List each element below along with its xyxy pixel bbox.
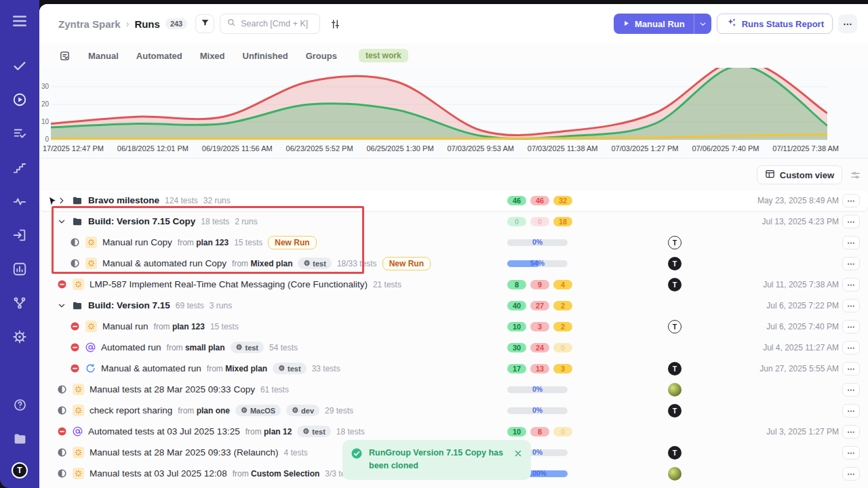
group-row[interactable]: Bravo milestone124 tests32 runs 464632 M…: [39, 190, 868, 211]
row-more-button[interactable]: ⋯: [842, 278, 860, 291]
sidebar-item-help[interactable]: [8, 394, 31, 418]
row-more-button[interactable]: ⋯: [842, 404, 860, 418]
row-more-button[interactable]: ⋯: [842, 236, 860, 249]
row-more-button[interactable]: ⋯: [842, 446, 860, 460]
run-row[interactable]: Manual run Copyfrom plan 12315 testsNew …: [39, 232, 868, 253]
row-more-button[interactable]: ⋯: [842, 341, 860, 354]
sidebar-item-tests[interactable]: [8, 56, 31, 79]
chevron-down-icon[interactable]: [57, 217, 66, 226]
sidebar-item-reports[interactable]: [8, 259, 31, 282]
sidebar-item-requirements[interactable]: [8, 225, 31, 248]
row-title: Manual & automated run Copy: [102, 258, 226, 268]
tab-manual[interactable]: Manual: [88, 51, 119, 61]
columns-settings-icon[interactable]: [850, 169, 861, 181]
chevron-down-icon[interactable]: [57, 301, 66, 310]
breadcrumb: Zyntra Spark › Runs 243: [58, 18, 187, 30]
group-row[interactable]: Build: Version 7.15 Copy18 tests2 runs 0…: [39, 211, 868, 232]
x-axis-label: 17/2025 12:47 PM: [43, 144, 104, 152]
row-title: Manual tests at 03 Jul 2025 12:08: [90, 468, 227, 479]
result-badge-green: 8: [507, 280, 526, 289]
board-icon[interactable]: [59, 50, 71, 62]
row-more-button[interactable]: ⋯: [842, 215, 860, 228]
row-more-button[interactable]: ⋯: [842, 194, 860, 207]
run-date: Jul 6, 2025 7:40 PM: [766, 322, 839, 331]
result-badge-red: 27: [530, 301, 549, 310]
run-meta: 15 tests: [234, 238, 262, 247]
new-run-badge[interactable]: New Run: [382, 257, 431, 270]
run-date: Jul 11, 2025 7:38 AM: [763, 280, 839, 289]
sidebar-item-milestones[interactable]: [8, 157, 31, 180]
run-row[interactable]: Manual runfrom plan 12315 tests 1032 TJu…: [39, 316, 868, 337]
x-axis-label: 06/23/2025 5:52 PM: [286, 144, 353, 152]
run-row[interactable]: Manual & automated run Copyfrom Mixed pl…: [39, 253, 868, 274]
in-progress-status-icon: [57, 447, 67, 458]
row-title: Bravo milestone: [88, 195, 159, 205]
row-more-button[interactable]: ⋯: [842, 299, 860, 312]
runs-status-report-button[interactable]: Runs Status Report: [717, 14, 833, 34]
run-date: Jul 3, 2025 1:27 PM: [766, 427, 839, 436]
run-meta: 61 tests: [260, 385, 289, 394]
row-more-button[interactable]: ⋯: [842, 362, 860, 375]
tag-test: ⚙test: [298, 258, 331, 269]
row-more-button[interactable]: ⋯: [842, 257, 860, 270]
run-date: May 23, 2025 8:49 AM: [757, 196, 839, 205]
sidebar-item-traceability[interactable]: [8, 293, 31, 316]
automated-run-icon: [73, 426, 83, 436]
manual-run-icon: [73, 405, 84, 416]
automated-run-icon: [85, 342, 96, 352]
run-row[interactable]: Automated runfrom small plan⚙test54 test…: [39, 337, 868, 358]
sidebar-item-runs[interactable]: [8, 89, 31, 113]
progress-percent: 0%: [507, 406, 568, 414]
row-more-button[interactable]: ⋯: [842, 383, 860, 396]
search-box: [220, 14, 320, 34]
menu-icon[interactable]: [8, 9, 31, 33]
manual-run-icon: [73, 279, 84, 290]
runs-count-badge: 243: [165, 18, 187, 29]
filter-settings-icon[interactable]: [330, 18, 341, 30]
manual-run-dropdown-button[interactable]: [694, 14, 711, 34]
result-badge-yellow: 3: [553, 364, 572, 373]
run-row[interactable]: Automated tests at 03 Jul 2025 13:25from…: [39, 421, 868, 442]
run-row[interactable]: LMP-587 Implement Real-Time Chat Messagi…: [39, 274, 868, 295]
list-toolbar: Custom view: [39, 165, 861, 184]
row-more-button[interactable]: ⋯: [842, 467, 860, 481]
x-axis-label: 07/03/2025 11:38 AM: [528, 144, 598, 152]
filter-chip-test-work[interactable]: test work: [359, 49, 408, 62]
tab-unfinished[interactable]: Unfinished: [243, 51, 288, 61]
filter-button[interactable]: [195, 14, 214, 33]
result-badge-green: 10: [507, 427, 526, 436]
header-more-button[interactable]: ⋯: [838, 14, 857, 33]
run-date: Jul 6, 2025 7:22 PM: [766, 301, 839, 310]
search-input[interactable]: [241, 19, 313, 28]
run-row[interactable]: check report sharingfrom plan one⚙MacOS⚙…: [39, 400, 868, 421]
progress-percent: 54%: [507, 259, 568, 267]
custom-view-button[interactable]: Custom view: [757, 165, 842, 184]
workspace-logo[interactable]: T: [12, 462, 28, 479]
manual-run-icon: [85, 321, 97, 332]
tab-automated[interactable]: Automated: [136, 51, 182, 61]
row-more-button[interactable]: ⋯: [842, 425, 860, 439]
sidebar-item-settings[interactable]: [8, 327, 31, 350]
tab-mixed[interactable]: Mixed: [200, 51, 225, 61]
toast-close-icon[interactable]: [513, 449, 523, 458]
row-more-button[interactable]: ⋯: [842, 320, 860, 333]
sidebar-item-defects[interactable]: [8, 191, 31, 214]
run-row[interactable]: Manual tests at 28 Mar 2025 09:33 Copy61…: [39, 379, 868, 400]
chevron-right-icon[interactable]: [57, 196, 66, 205]
avatar: T: [668, 404, 682, 418]
row-title: Build: Version 7.15: [88, 300, 170, 310]
sidebar-item-test-plans[interactable]: [8, 123, 31, 146]
run-row[interactable]: Manual & automated runfrom Mixed plan⚙te…: [39, 358, 868, 379]
new-run-badge[interactable]: New Run: [268, 236, 316, 249]
sidebar-item-projects[interactable]: [8, 428, 31, 451]
manual-run-button[interactable]: Manual Run: [614, 14, 694, 34]
manual-run-split-button: Manual Run: [614, 14, 711, 34]
row-title: Automated run: [101, 342, 161, 352]
tab-groups[interactable]: Groups: [306, 51, 337, 61]
breadcrumb-project[interactable]: Zyntra Spark: [58, 18, 121, 30]
avatar: T: [668, 362, 682, 375]
group-row[interactable]: Build: Version 7.1569 tests3 runs 40272 …: [39, 295, 868, 316]
result-badge-yellow: 4: [553, 280, 572, 289]
tag-macos: ⚙MacOS: [235, 405, 281, 416]
header-actions: Manual Run Runs Status Report ⋯: [614, 14, 857, 34]
